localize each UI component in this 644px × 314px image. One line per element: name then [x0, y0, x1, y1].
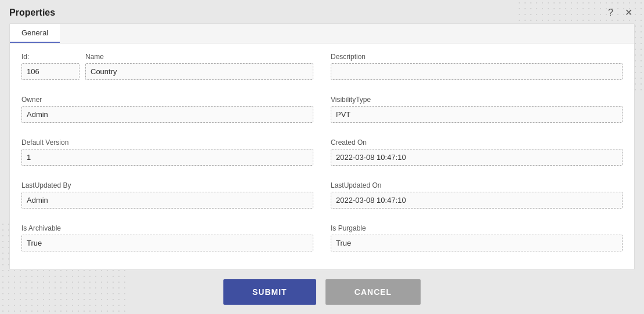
default-version-label: Default Version: [21, 138, 313, 147]
owner-input[interactable]: [21, 106, 313, 123]
name-field-group: Name: [85, 53, 313, 89]
last-updated-by-field-group: LastUpdated By: [21, 181, 313, 217]
description-label: Description: [331, 53, 623, 61]
is-archivable-input[interactable]: [21, 235, 313, 251]
visibility-label: VisibilityType: [331, 96, 623, 104]
created-on-input[interactable]: [331, 149, 623, 166]
is-archivable-field-group: Is Archivable: [21, 224, 313, 260]
id-input[interactable]: [21, 63, 79, 80]
properties-dialog: Properties ? ✕ General: [0, 0, 644, 314]
is-archivable-label: Is Archivable: [21, 224, 313, 232]
is-purgable-input[interactable]: [331, 235, 623, 251]
default-version-field-group: Default Version: [21, 138, 313, 174]
description-input[interactable]: [331, 63, 623, 80]
default-version-input[interactable]: [21, 149, 313, 166]
visibility-field-group: VisibilityType: [331, 96, 623, 132]
cancel-button[interactable]: CANCEL: [325, 279, 421, 305]
submit-button[interactable]: SUBMIT: [223, 279, 316, 305]
owner-label: Owner: [21, 96, 313, 104]
id-label: Id:: [21, 53, 79, 61]
last-updated-by-input[interactable]: [21, 192, 313, 209]
help-button[interactable]: ?: [606, 7, 616, 19]
id-field-group: Id:: [21, 53, 79, 89]
description-field-group: Description: [331, 53, 623, 89]
is-purgable-field-group: Is Purgable: [331, 224, 623, 260]
tab-container: General Id: Name: [9, 23, 635, 270]
visibility-input[interactable]: [331, 106, 623, 123]
name-label: Name: [85, 53, 313, 61]
created-on-label: Created On: [331, 138, 623, 147]
header-icons: ? ✕: [606, 7, 635, 19]
last-updated-on-input[interactable]: [331, 192, 623, 209]
last-updated-on-label: LastUpdated On: [331, 181, 623, 189]
close-button[interactable]: ✕: [623, 7, 635, 19]
dialog-body: General Id: Name: [0, 23, 644, 270]
id-name-row: Id: Name: [21, 53, 313, 89]
last-updated-on-field-group: LastUpdated On: [331, 181, 623, 217]
tab-general[interactable]: General: [10, 24, 60, 43]
is-purgable-label: Is Purgable: [331, 224, 623, 232]
created-on-field-group: Created On: [331, 138, 623, 174]
dialog-overlay: Properties ? ✕ General: [0, 0, 644, 314]
last-updated-by-label: LastUpdated By: [21, 181, 313, 189]
owner-field-group: Owner: [21, 96, 313, 132]
dialog-footer: SUBMIT CANCEL: [0, 270, 644, 314]
tab-content-general: Id: Name Description: [10, 43, 634, 269]
dialog-header: Properties ? ✕: [0, 0, 644, 23]
name-input[interactable]: [85, 63, 313, 80]
dialog-title: Properties: [9, 8, 55, 18]
tabs-bar: General: [10, 24, 634, 43]
